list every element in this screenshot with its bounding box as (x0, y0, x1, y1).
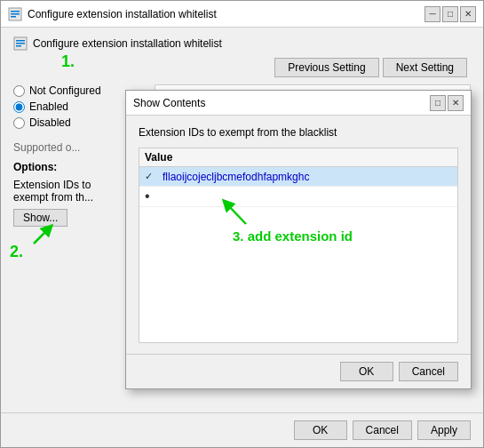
dialog-controls: □ ✕ (430, 95, 464, 111)
main-window: Configure extension installation whiteli… (0, 0, 484, 448)
radio-enabled-input[interactable] (13, 101, 25, 113)
svg-rect-5 (16, 40, 25, 42)
svg-rect-7 (16, 45, 21, 47)
top-buttons-row: Previous Setting Next Setting (13, 58, 471, 77)
table-row[interactable]: • (139, 187, 457, 207)
arrow-3-icon (219, 193, 255, 228)
radio-disabled-input[interactable] (13, 117, 25, 129)
value-column-header: Value (139, 148, 457, 167)
value-table: Value ✓ fllaoijcojecljbcmefodhfapmkghc • (139, 148, 458, 343)
svg-rect-1 (11, 11, 20, 12)
dialog-cancel-button[interactable]: Cancel (399, 362, 458, 381)
section-icon (13, 36, 28, 51)
title-bar: Configure extension installation whiteli… (1, 1, 483, 28)
table-row[interactable]: ✓ fllaoijcojecljbcmefodhfapmkghc (139, 167, 457, 187)
window-title: Configure extension installation whiteli… (28, 8, 217, 20)
radio-not-configured-input[interactable] (13, 85, 25, 97)
main-ok-button[interactable]: OK (294, 420, 347, 440)
svg-rect-6 (16, 43, 25, 44)
dialog-title-bar: Show Contents □ ✕ (126, 91, 471, 116)
main-apply-button[interactable]: Apply (417, 420, 471, 440)
previous-setting-button[interactable]: Previous Setting (274, 58, 378, 77)
arrow-2-icon (29, 221, 56, 248)
main-cancel-button[interactable]: Cancel (353, 420, 412, 440)
dialog-footer: OK Cancel (126, 354, 471, 388)
window-icon (8, 7, 22, 21)
row-bullet-icon: • (145, 189, 155, 204)
dialog-close-button[interactable]: ✕ (448, 95, 464, 111)
dialog-maximize-button[interactable]: □ (430, 95, 446, 111)
dialog-ok-button[interactable]: OK (340, 362, 393, 381)
title-controls: ─ □ ✕ (424, 6, 476, 22)
svg-rect-2 (11, 13, 20, 15)
radio-enabled-label: Enabled (29, 100, 68, 113)
row-value-1: fllaoijcojecljbcmefodhfapmkghc (163, 171, 309, 183)
annotation-1: 1. (61, 52, 75, 71)
extension-ids-label: Extension IDs to exempt from th... (13, 179, 120, 204)
svg-line-9 (226, 204, 246, 224)
section-title: Configure extension installation whiteli… (33, 37, 222, 50)
svg-rect-3 (11, 16, 16, 18)
row-check-icon: ✓ (145, 171, 155, 182)
radio-not-configured-label: Not Configured (29, 84, 101, 97)
maximize-button[interactable]: □ (442, 6, 458, 22)
radio-disabled-label: Disabled (29, 116, 71, 129)
minimize-button[interactable]: ─ (424, 6, 440, 22)
annotation-2: 2. (10, 243, 23, 261)
annotation-3: 3. add extension id (233, 228, 353, 244)
close-button[interactable]: ✕ (460, 6, 476, 22)
title-bar-left: Configure extension installation whiteli… (8, 7, 217, 21)
section-header: Configure extension installation whiteli… (13, 36, 471, 51)
show-contents-dialog: Show Contents □ ✕ Extension IDs to exemp… (125, 90, 472, 389)
dialog-description: Extension IDs to exempt from the blackli… (139, 126, 458, 139)
next-setting-button[interactable]: Next Setting (383, 58, 467, 77)
dialog-title-text: Show Contents (133, 97, 205, 109)
main-footer: OK Cancel Apply (1, 412, 483, 447)
svg-line-8 (34, 228, 49, 244)
